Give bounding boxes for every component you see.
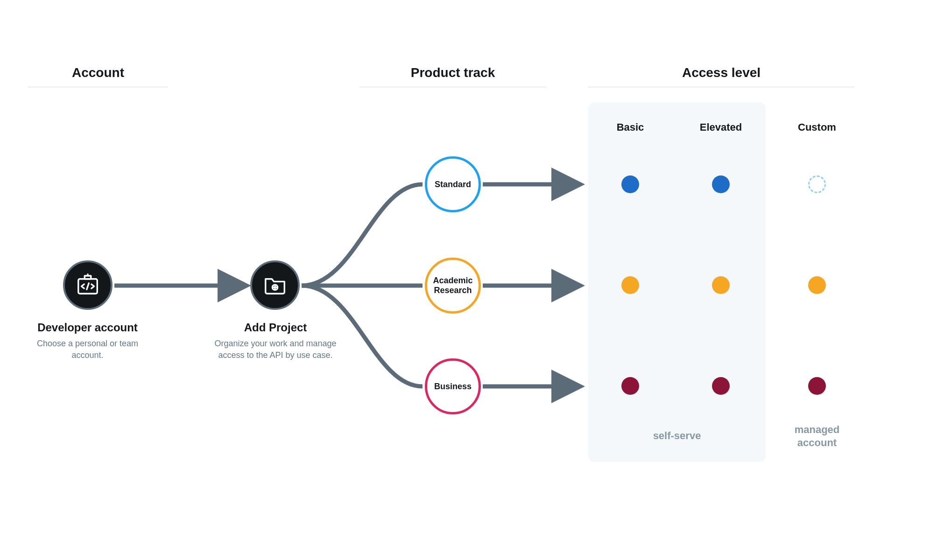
flow-diagram: Account Product track Access level xyxy=(0,0,930,560)
developer-account-title: Developer account xyxy=(23,321,152,334)
add-project-node xyxy=(250,260,300,310)
dot-business-basic xyxy=(621,377,639,395)
track-business-node: Business xyxy=(425,358,481,414)
track-academic-label: Academic Research xyxy=(430,276,476,295)
developer-account-node xyxy=(63,260,113,310)
track-business-label: Business xyxy=(434,382,472,392)
access-header-custom: Custom xyxy=(789,121,845,133)
dot-standard-custom-optional xyxy=(808,175,826,193)
dot-standard-basic xyxy=(621,175,639,193)
add-project-caption: Add Project Organize your work and manag… xyxy=(210,321,341,361)
code-tag-icon xyxy=(75,272,100,299)
track-academic-node: Academic Research xyxy=(425,258,481,314)
add-project-desc: Organize your work and manage access to … xyxy=(210,338,341,361)
footer-self-serve: self-serve xyxy=(588,429,766,442)
column-header-product-track: Product track xyxy=(359,65,546,87)
track-standard-node: Standard xyxy=(425,156,481,212)
dot-academic-basic xyxy=(621,276,639,294)
dot-academic-custom xyxy=(808,276,826,294)
dot-business-elevated xyxy=(712,377,730,395)
column-header-account: Account xyxy=(28,65,168,87)
track-standard-label: Standard xyxy=(435,180,471,189)
access-header-basic: Basic xyxy=(602,121,658,133)
column-header-access-level: Access level xyxy=(588,65,854,87)
developer-account-desc: Choose a personal or team account. xyxy=(23,338,152,361)
dot-business-custom xyxy=(808,377,826,395)
add-project-title: Add Project xyxy=(210,321,341,334)
developer-account-caption: Developer account Choose a personal or t… xyxy=(23,321,152,361)
self-serve-group-box xyxy=(588,103,766,462)
access-header-elevated: Elevated xyxy=(693,121,749,133)
footer-managed-account: managed account xyxy=(780,423,854,449)
dot-academic-elevated xyxy=(712,276,730,294)
folder-plus-icon xyxy=(262,272,288,299)
dot-standard-elevated xyxy=(712,175,730,193)
